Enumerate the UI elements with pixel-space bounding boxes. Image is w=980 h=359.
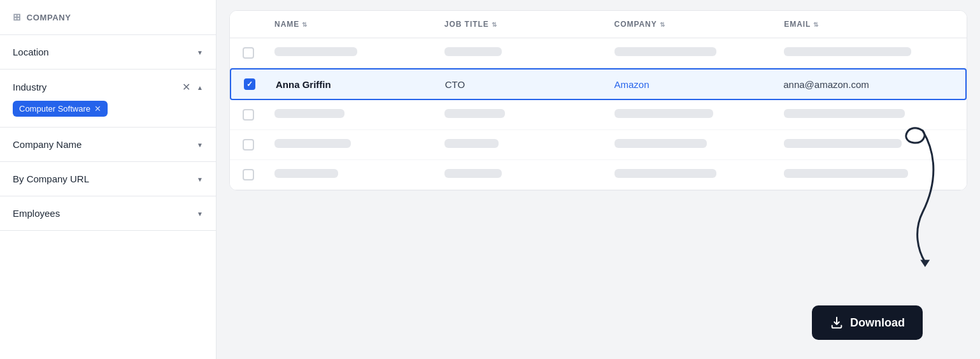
employees-filter-controls — [197, 209, 203, 218]
row-name-cell: Anna Griffin — [276, 79, 445, 90]
sidebar-company-header: ⊞ COMPANY — [13, 11, 203, 23]
svg-marker-0 — [920, 260, 930, 267]
table-row[interactable]: Anna Griffin CTO Amazon anna@amazon.com — [230, 68, 967, 100]
row-email-cell — [784, 109, 954, 121]
row-name-cell — [274, 109, 444, 121]
table-row[interactable] — [230, 38, 967, 68]
employees-filter-label: Employees — [13, 208, 60, 219]
row-company-cell — [614, 109, 785, 121]
row-job-cell — [444, 109, 614, 121]
location-chevron-down-icon — [197, 48, 203, 57]
row-checkbox[interactable] — [243, 169, 254, 180]
sidebar-filter-location[interactable]: Location — [0, 35, 216, 70]
company-name-chevron-down-icon — [197, 140, 203, 149]
col-header-name[interactable]: NAME ⇅ — [274, 20, 444, 29]
row-checkbox-checked[interactable] — [244, 78, 255, 90]
company-name-filter-label: Company Name — [13, 139, 82, 150]
download-button[interactable]: Download — [812, 305, 923, 340]
download-button-label: Download — [850, 316, 905, 330]
row-email-cell — [784, 169, 954, 180]
computer-software-tag[interactable]: Computer Software ✕ — [13, 101, 108, 117]
col-header-job-title[interactable]: JOB TITLE ⇅ — [444, 20, 614, 29]
company-sort-icon[interactable]: ⇅ — [660, 21, 665, 28]
row-name-cell — [274, 47, 444, 59]
building-icon: ⊞ — [13, 11, 22, 23]
row-name-cell — [274, 139, 444, 150]
table-row[interactable] — [230, 160, 967, 190]
table-row[interactable] — [230, 100, 967, 130]
tag-label: Computer Software — [19, 104, 90, 114]
row-company-cell — [614, 47, 785, 59]
location-filter-label: Location — [13, 47, 49, 57]
sidebar-filter-industry: Industry ✕ Computer Software ✕ — [0, 70, 216, 128]
row-job-cell — [444, 169, 614, 180]
sidebar-filter-by-company-url[interactable]: By Company URL — [0, 162, 216, 196]
tag-remove-icon[interactable]: ✕ — [94, 104, 101, 114]
job-title-sort-icon[interactable]: ⇅ — [492, 21, 497, 28]
col-header-checkbox — [243, 20, 274, 29]
row-email-cell — [784, 139, 954, 150]
table-row[interactable] — [230, 130, 967, 160]
by-company-url-filter-label: By Company URL — [13, 173, 89, 184]
location-filter-controls — [197, 48, 203, 57]
row-company-cell[interactable]: Amazon — [614, 79, 784, 90]
row-checkbox[interactable] — [243, 47, 254, 59]
download-icon — [830, 316, 844, 330]
employees-chevron-down-icon — [197, 209, 203, 218]
sidebar-company-label: COMPANY — [27, 13, 71, 22]
sidebar-company-header-section: ⊞ COMPANY — [0, 0, 216, 35]
row-job-cell — [444, 139, 614, 150]
sidebar-filter-company-name[interactable]: Company Name — [0, 128, 216, 162]
row-job-cell — [444, 47, 614, 59]
data-table: NAME ⇅ JOB TITLE ⇅ COMPANY ⇅ EMAIL ⇅ — [229, 10, 967, 191]
name-sort-icon[interactable]: ⇅ — [302, 21, 308, 28]
industry-header-row[interactable]: Industry ✕ — [0, 70, 216, 101]
industry-chevron-up-icon — [197, 83, 203, 92]
col-header-email[interactable]: EMAIL ⇅ — [784, 20, 954, 29]
by-company-url-chevron-down-icon — [197, 175, 203, 184]
row-checkbox[interactable] — [243, 109, 254, 121]
company-name-filter-controls — [197, 140, 203, 149]
sidebar-filter-employees[interactable]: Employees — [0, 196, 216, 231]
industry-filter-controls: ✕ — [182, 81, 203, 93]
row-checkbox[interactable] — [243, 139, 254, 150]
col-header-company[interactable]: COMPANY ⇅ — [614, 20, 785, 29]
sidebar: ⊞ COMPANY Location Industry ✕ Computer S… — [0, 0, 217, 359]
email-sort-icon[interactable]: ⇅ — [813, 21, 819, 28]
row-email-cell — [784, 47, 954, 59]
row-email-cell: anna@amazon.com — [783, 79, 953, 90]
industry-filter-label: Industry — [13, 82, 46, 92]
industry-tags: Computer Software ✕ — [0, 101, 216, 127]
row-name-cell — [274, 169, 444, 180]
row-company-cell — [614, 139, 785, 150]
row-job-cell: CTO — [445, 79, 614, 90]
row-company-cell — [614, 169, 785, 180]
main-content: NAME ⇅ JOB TITLE ⇅ COMPANY ⇅ EMAIL ⇅ — [217, 0, 980, 359]
by-company-url-filter-controls — [197, 175, 203, 184]
table-header: NAME ⇅ JOB TITLE ⇅ COMPANY ⇅ EMAIL ⇅ — [230, 11, 967, 38]
industry-clear-icon[interactable]: ✕ — [182, 81, 190, 93]
